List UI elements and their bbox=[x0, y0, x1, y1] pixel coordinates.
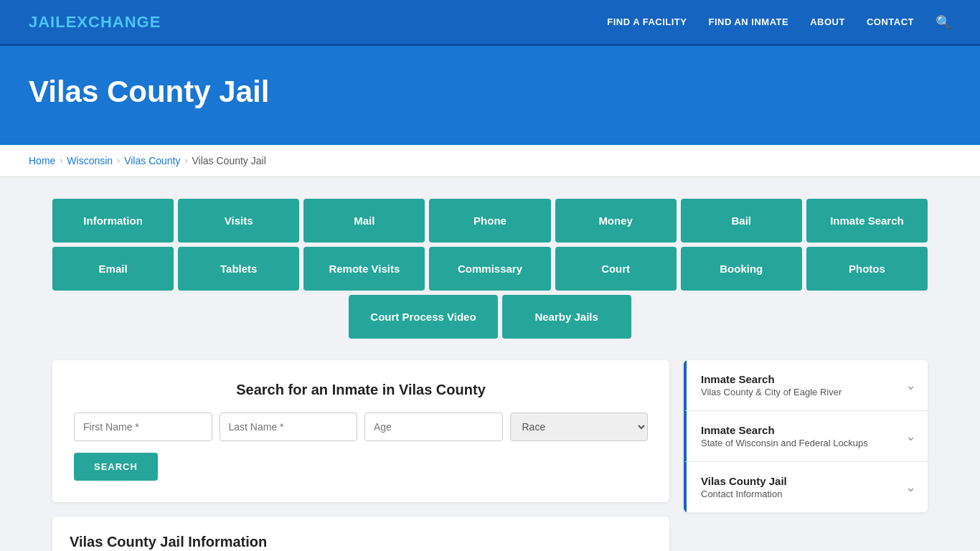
hero-section: Vilas County Jail bbox=[0, 46, 980, 145]
breadcrumb-vilas-county[interactable]: Vilas County bbox=[124, 155, 180, 166]
last-name-input[interactable] bbox=[220, 413, 358, 441]
sidebar-card: Inmate Search Vilas County & City of Eag… bbox=[684, 360, 928, 512]
jail-info-section: Vilas County Jail Information bbox=[52, 517, 669, 551]
nav-find-facility[interactable]: FIND A FACILITY bbox=[607, 17, 687, 27]
logo-exchange: EXCHANGE bbox=[66, 13, 161, 31]
btn-court-process-video[interactable]: Court Process Video bbox=[349, 295, 497, 339]
page-title: Vilas County Jail bbox=[29, 75, 951, 109]
info-title: Vilas County Jail Information bbox=[70, 534, 652, 550]
btn-nearby-jails[interactable]: Nearby Jails bbox=[502, 295, 631, 339]
breadcrumb-wisconsin[interactable]: Wisconsin bbox=[67, 155, 113, 166]
sidebar-item-contact-info[interactable]: Vilas County Jail Contact Information ⌄ bbox=[684, 462, 928, 512]
search-icon[interactable]: 🔍 bbox=[936, 14, 951, 30]
logo[interactable]: JAILEXCHANGE bbox=[29, 13, 161, 32]
sidebar-item-3-title: Vilas County Jail bbox=[701, 475, 787, 487]
btn-phone[interactable]: Phone bbox=[429, 199, 550, 242]
nav-about[interactable]: ABOUT bbox=[810, 17, 845, 27]
btn-information[interactable]: Information bbox=[52, 199, 174, 242]
logo-jail: JAIL bbox=[29, 13, 66, 31]
sidebar-item-2-sub: State of Wisconsin and Federal Lockups bbox=[701, 438, 868, 448]
sidebar-item-1-sub: Vilas County & City of Eagle River bbox=[701, 387, 842, 397]
lower-section: Search for an Inmate in Vilas County Rac… bbox=[52, 360, 928, 551]
first-name-input[interactable] bbox=[74, 413, 212, 441]
inmate-search-form: Search for an Inmate in Vilas County Rac… bbox=[52, 360, 669, 502]
button-row-1: Information Visits Mail Phone Money Bail… bbox=[52, 199, 928, 242]
btn-bail[interactable]: Bail bbox=[681, 199, 802, 242]
breadcrumb-current: Vilas County Jail bbox=[192, 155, 266, 166]
btn-mail[interactable]: Mail bbox=[303, 199, 425, 242]
age-input[interactable] bbox=[364, 413, 503, 441]
sidebar-item-inmate-search-vilas[interactable]: Inmate Search Vilas County & City of Eag… bbox=[684, 360, 928, 411]
race-select[interactable]: Race White Black Hispanic Asian Other bbox=[510, 413, 649, 441]
btn-photos[interactable]: Photos bbox=[806, 247, 928, 291]
search-button[interactable]: SEARCH bbox=[74, 453, 158, 481]
btn-inmate-search[interactable]: Inmate Search bbox=[806, 199, 928, 242]
breadcrumb: Home › Wisconsin › Vilas County › Vilas … bbox=[0, 145, 980, 177]
sidebar-item-3-sub: Contact Information bbox=[701, 489, 787, 499]
btn-booking[interactable]: Booking bbox=[681, 247, 802, 291]
button-row-2: Email Tablets Remote Visits Commissary C… bbox=[52, 247, 928, 291]
search-inputs: Race White Black Hispanic Asian Other bbox=[74, 413, 648, 441]
nav-find-inmate[interactable]: FIND AN INMATE bbox=[708, 17, 788, 27]
breadcrumb-home[interactable]: Home bbox=[29, 155, 55, 166]
btn-money[interactable]: Money bbox=[555, 199, 677, 242]
main-content: Information Visits Mail Phone Money Bail… bbox=[24, 177, 956, 551]
breadcrumb-sep-1: › bbox=[60, 156, 62, 166]
btn-email[interactable]: Email bbox=[52, 247, 174, 291]
button-row-3: Court Process Video Nearby Jails bbox=[52, 295, 928, 339]
sidebar: Inmate Search Vilas County & City of Eag… bbox=[684, 360, 928, 512]
chevron-down-icon-1: ⌄ bbox=[905, 377, 916, 393]
btn-remote-visits[interactable]: Remote Visits bbox=[303, 247, 425, 291]
btn-visits[interactable]: Visits bbox=[178, 199, 299, 242]
btn-commissary[interactable]: Commissary bbox=[429, 247, 550, 291]
sidebar-item-1-title: Inmate Search bbox=[701, 373, 842, 385]
breadcrumb-sep-3: › bbox=[185, 156, 188, 166]
navbar: JAILEXCHANGE FIND A FACILITY FIND AN INM… bbox=[0, 0, 980, 46]
chevron-down-icon-2: ⌄ bbox=[905, 428, 916, 444]
nav-contact[interactable]: CONTACT bbox=[867, 17, 914, 27]
btn-tablets[interactable]: Tablets bbox=[178, 247, 299, 291]
search-title: Search for an Inmate in Vilas County bbox=[74, 382, 648, 398]
sidebar-item-2-title: Inmate Search bbox=[701, 424, 868, 436]
btn-court[interactable]: Court bbox=[555, 247, 677, 291]
nav-links: FIND A FACILITY FIND AN INMATE ABOUT CON… bbox=[607, 14, 951, 30]
breadcrumb-sep-2: › bbox=[117, 156, 120, 166]
chevron-down-icon-3: ⌄ bbox=[905, 479, 916, 495]
sidebar-item-inmate-search-wisconsin[interactable]: Inmate Search State of Wisconsin and Fed… bbox=[684, 411, 928, 462]
